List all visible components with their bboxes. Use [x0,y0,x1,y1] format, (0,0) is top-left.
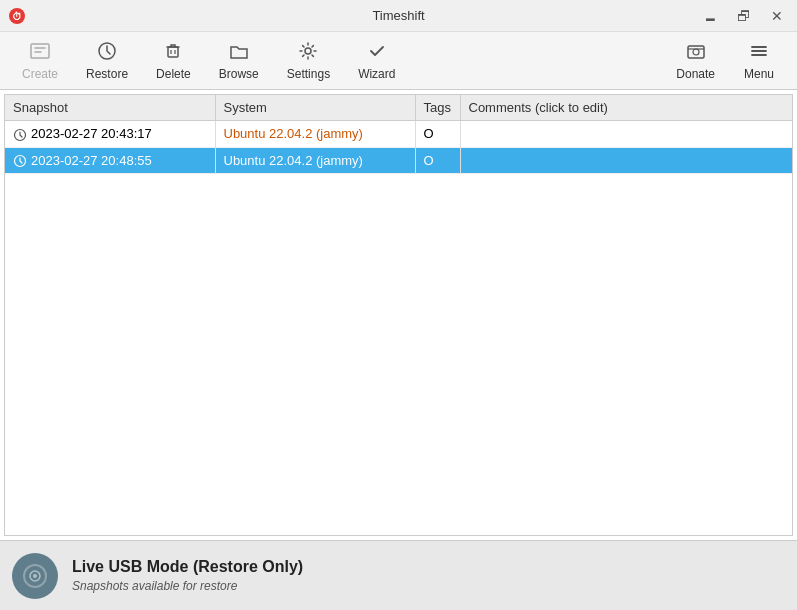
statusbar-icon [12,553,58,599]
table-header-row: Snapshot System Tags Comments (click to … [5,95,792,121]
snapshot-datetime: 2023-02-27 20:48:55 [31,153,152,168]
restore-icon [96,40,118,65]
donate-label: Donate [676,67,715,81]
snapshot-table: Snapshot System Tags Comments (click to … [5,95,792,174]
donate-icon [685,40,707,65]
system-cell: Ubuntu 22.04.2 (jammy) [215,147,415,174]
window-controls: 🗕 🗗 ✕ [697,7,789,25]
statusbar-subtitle: Snapshots available for restore [72,579,303,593]
clock-icon [13,128,27,142]
restore-label: Restore [86,67,128,81]
svg-rect-8 [688,46,704,58]
svg-rect-2 [31,44,49,58]
snapshot-cell: 2023-02-27 20:48:55 [5,147,215,174]
browse-label: Browse [219,67,259,81]
app-icon: ⏱ [8,7,26,25]
svg-point-9 [693,49,699,55]
comments-cell[interactable] [460,147,792,174]
col-snapshot: Snapshot [5,95,215,121]
maximize-button[interactable]: 🗗 [731,7,757,25]
titlebar-left: ⏱ [8,7,26,25]
system-name: Ubuntu 22.04.2 (jammy) [224,153,363,168]
system-name: Ubuntu 22.04.2 (jammy) [224,126,363,141]
wizard-icon [366,40,388,65]
svg-point-7 [305,48,311,54]
snapshot-table-container[interactable]: Snapshot System Tags Comments (click to … [4,94,793,536]
statusbar: Live USB Mode (Restore Only) Snapshots a… [0,540,797,610]
toolbar: Create Restore Delete Brow [0,32,797,90]
svg-rect-4 [168,47,178,57]
menu-label: Menu [744,67,774,81]
snapshot-datetime: 2023-02-27 20:43:17 [31,126,152,141]
statusbar-text-area: Live USB Mode (Restore Only) Snapshots a… [72,558,303,593]
svg-text:⏱: ⏱ [12,11,22,22]
close-button[interactable]: ✕ [765,7,789,25]
comments-cell[interactable] [460,121,792,148]
settings-label: Settings [287,67,330,81]
delete-label: Delete [156,67,191,81]
menu-icon [748,40,770,65]
col-system: System [215,95,415,121]
wizard-label: Wizard [358,67,395,81]
minimize-button[interactable]: 🗕 [697,7,723,25]
create-label: Create [22,67,58,81]
app-title: Timeshift [372,8,424,23]
svg-point-18 [33,574,37,578]
settings-button[interactable]: Settings [273,36,344,85]
col-comments: Comments (click to edit) [460,95,792,121]
donate-button[interactable]: Donate [662,36,729,85]
create-button[interactable]: Create [8,36,72,85]
wizard-button[interactable]: Wizard [344,36,409,85]
system-cell: Ubuntu 22.04.2 (jammy) [215,121,415,148]
settings-icon [297,40,319,65]
tags-cell: O [415,147,460,174]
main-content: Snapshot System Tags Comments (click to … [0,90,797,540]
clock-icon [13,154,27,168]
delete-icon [162,40,184,65]
browse-icon [228,40,250,65]
create-icon [29,40,51,65]
snapshot-cell: 2023-02-27 20:43:17 [5,121,215,148]
browse-button[interactable]: Browse [205,36,273,85]
restore-button[interactable]: Restore [72,36,142,85]
col-tags: Tags [415,95,460,121]
table-row[interactable]: 2023-02-27 20:48:55Ubuntu 22.04.2 (jammy… [5,147,792,174]
menu-button[interactable]: Menu [729,36,789,85]
statusbar-title: Live USB Mode (Restore Only) [72,558,303,576]
titlebar: ⏱ Timeshift 🗕 🗗 ✕ [0,0,797,32]
tags-cell: O [415,121,460,148]
table-row[interactable]: 2023-02-27 20:43:17Ubuntu 22.04.2 (jammy… [5,121,792,148]
delete-button[interactable]: Delete [142,36,205,85]
